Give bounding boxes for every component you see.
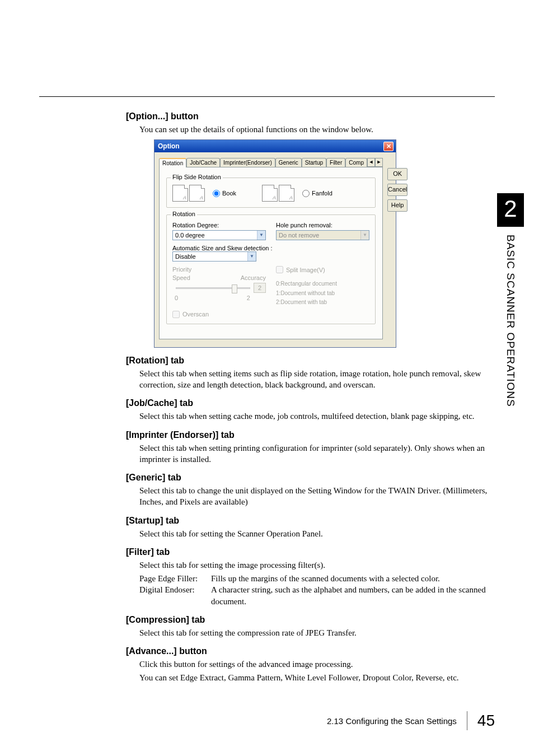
tab-generic[interactable]: Generic (275, 158, 302, 167)
filter-heading: [Filter] tab (126, 547, 495, 557)
filter-intro: Select this tab for setting the image pr… (139, 559, 495, 571)
filter-defs: Page Edge Filler: Fills up the margins o… (139, 573, 495, 607)
helper-1: 1:Document without tab (276, 290, 369, 297)
tab-content: Flip Side Rotation Book (159, 167, 383, 339)
dialog-title: Option (158, 142, 383, 150)
advance-heading: [Advance...] button (126, 646, 495, 656)
helper-2: 2:Document with tab (276, 298, 369, 306)
option-dialog: Option ✕ Rotation Job/Cache Imprinter(En… (154, 139, 396, 348)
tab-strip: Rotation Job/Cache Imprinter(Endorser) G… (159, 156, 383, 167)
split-image-input (276, 266, 283, 273)
help-button[interactable]: Help (387, 199, 407, 212)
dialog-titlebar: Option ✕ (154, 140, 396, 152)
tab-filter[interactable]: Filter (326, 158, 345, 167)
rotation-group-label: Rotation (171, 211, 197, 217)
hole-punch-select: Do not remove ▼ (276, 230, 369, 240)
footer-section-title: 2.13 Configuring the Scan Settings (327, 716, 457, 726)
compression-heading: [Compression] tab (126, 615, 495, 625)
chevron-down-icon: ▼ (247, 252, 256, 261)
priority-label: Priority (172, 266, 266, 273)
advance-body-2: You can set Edge Extract, Gamma Pattern,… (139, 672, 495, 683)
fanfold-radio[interactable]: Fanfold (302, 190, 332, 197)
chevron-down-icon: ▼ (257, 231, 265, 240)
footer-divider (467, 711, 467, 730)
accuracy-label: Accuracy (241, 274, 266, 281)
autosize-value: Disable (173, 253, 247, 260)
fanfold-radio-label: Fanfold (312, 190, 332, 197)
tab-jobcache[interactable]: Job/Cache (186, 158, 220, 167)
priority-slider (176, 287, 250, 289)
book-radio[interactable]: Book (213, 190, 236, 197)
def-desc-1: A character string, such as the alphabet… (211, 584, 495, 607)
chapter-title: BASIC SCANNER OPERATIONS (504, 235, 517, 407)
hole-punch-value: Do not remove (277, 232, 360, 239)
chapter-number: 2 (497, 193, 524, 227)
rotation-degree-label: Rotation Degree: (172, 222, 266, 228)
side-tab: 2 BASIC SCANNER OPERATIONS (497, 193, 524, 484)
top-rule (39, 96, 495, 97)
tab-compression[interactable]: Comp (345, 158, 367, 167)
slider-min: 0 (175, 295, 178, 301)
rotation-degree-select[interactable]: 0.0 degree ▼ (172, 230, 266, 240)
book-radio-label: Book (222, 190, 236, 197)
cancel-button[interactable]: Cancel (387, 184, 407, 196)
generic-body: Select this tab to change the unit displ… (139, 485, 495, 508)
compression-body: Select this tab for setting the compress… (139, 627, 495, 638)
tab-scroll-right[interactable]: ► (375, 158, 383, 167)
rotation-body: Select this tab when setting items such … (139, 368, 495, 391)
book-icon (172, 185, 205, 202)
jobcache-heading: [Job/Cache] tab (126, 398, 495, 408)
split-image-check: Split Image(V) (276, 266, 369, 273)
flip-side-group: Flip Side Rotation Book (166, 178, 376, 208)
page-number: 45 (477, 712, 495, 730)
rotation-degree-value: 0.0 degree (173, 232, 257, 239)
overscan-check: Overscan (172, 311, 369, 318)
book-radio-input[interactable] (213, 190, 220, 197)
flip-side-label: Flip Side Rotation (171, 174, 223, 180)
fanfold-radio-input[interactable] (302, 190, 310, 197)
tab-startup[interactable]: Startup (302, 158, 326, 167)
imprinter-heading: [Imprinter (Endorser)] tab (126, 430, 495, 440)
overscan-label: Overscan (182, 311, 209, 318)
overscan-input (172, 311, 180, 318)
rotation-heading: [Rotation] tab (126, 356, 495, 366)
close-icon[interactable]: ✕ (383, 142, 394, 151)
option-heading: [Option...] button (126, 111, 495, 122)
fanfold-icon (262, 185, 294, 202)
hole-punch-label: Hole punch removal: (276, 222, 369, 228)
advance-body-1: Click this button for settings of the ad… (139, 659, 495, 670)
tab-imprinter[interactable]: Imprinter(Endorser) (220, 158, 275, 167)
slider-max: 2 (247, 295, 250, 301)
def-desc-0: Fills up the margins of the scanned docu… (211, 573, 495, 584)
chevron-down-icon: ▼ (360, 231, 369, 240)
ok-button[interactable]: OK (387, 168, 407, 180)
split-image-label: Split Image(V) (286, 267, 325, 273)
option-body: You can set up the details of optional f… (139, 124, 495, 135)
tab-scroll-left[interactable]: ◄ (367, 158, 375, 167)
startup-body: Select this tab for setting the Scanner … (139, 528, 495, 539)
def-term-1: Digital Endoser: (139, 584, 211, 607)
generic-heading: [Generic] tab (126, 473, 495, 483)
speed-label: Speed (172, 274, 190, 281)
helper-0: 0:Rectangular document (276, 280, 369, 288)
def-term-0: Page Edge Filler: (139, 573, 211, 584)
jobcache-body: Select this tab when setting cache mode,… (139, 410, 495, 422)
startup-heading: [Startup] tab (126, 516, 495, 526)
autosize-select[interactable]: Disable ▼ (172, 251, 256, 262)
autosize-label: Automatic Size and Skew detection : (172, 245, 273, 251)
priority-value: 2 (254, 283, 266, 293)
imprinter-body: Select this tab when setting printing co… (139, 442, 495, 465)
page-footer: 2.13 Configuring the Scan Settings 45 (39, 711, 495, 730)
tab-rotation[interactable]: Rotation (159, 158, 186, 167)
rotation-group: Rotation Rotation Degree: 0.0 degree ▼ (166, 214, 376, 324)
